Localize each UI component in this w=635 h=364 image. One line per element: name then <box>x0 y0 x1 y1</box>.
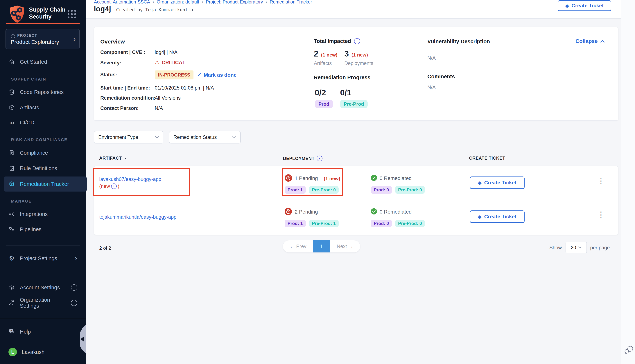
sidebar-item-get-started[interactable]: Get Started <box>9 56 80 68</box>
sidebar-item-organization-settings[interactable]: Organization Settings <box>9 297 80 309</box>
component-cve-label: Component | CVE : <box>100 50 145 55</box>
deployments-new-count: (1 new) <box>351 52 368 58</box>
breadcrumb-project[interactable]: Project: Product Exploratory <box>206 0 263 4</box>
remediated-count: 0 Remediated <box>380 209 411 215</box>
artifact-link[interactable]: tejakummarikuntla/easy-buggy-app <box>99 214 176 220</box>
severity-text: CRITICAL <box>162 60 185 66</box>
chevron-down-icon <box>578 246 581 248</box>
sidebar-item-pipelines[interactable]: Pipelines <box>9 223 80 236</box>
sidebar-item-help[interactable]: ? Help <box>9 326 80 338</box>
page-subtitle: Created by Teja Kummarikuntla <box>116 7 193 12</box>
cube-edit-icon <box>9 181 15 187</box>
preprod-badge: Pre-Prod: 1 <box>309 220 339 227</box>
create-ticket-header-label: CREATE TICKET <box>469 156 505 161</box>
gear-icon: ⚙ <box>9 255 15 262</box>
breadcrumb-current[interactable]: Remediation Tracker <box>270 0 312 4</box>
total-impacted-header: Total Impacted <box>314 38 360 44</box>
info-icon[interactable] <box>71 284 77 290</box>
arrow-right-icon: → <box>348 244 353 249</box>
supply-chain-security-logo-icon <box>9 5 26 24</box>
preprod-badge: Pre-Prod: 0 <box>395 220 425 227</box>
column-header-artifact[interactable]: ARTIFACT ▲ <box>99 156 127 161</box>
org-chart-gear-icon <box>9 300 15 306</box>
sidebar-item-label: Project Settings <box>20 256 57 262</box>
breadcrumb-account[interactable]: Account: Automation-SSCA <box>94 0 150 4</box>
infinity-icon: ∞ <box>9 120 15 126</box>
per-page-label: per page <box>590 245 610 250</box>
row-menu-kebab-icon[interactable]: ⋮ <box>597 176 605 185</box>
overview-title: Overview <box>100 38 125 45</box>
prod-badge: Prod: 1 <box>285 220 306 227</box>
project-selector[interactable]: PROJECT Product Exploratory › <box>6 29 80 49</box>
sidebar-section-risk-and-compliance: RISK AND COMPLIANCE <box>11 138 67 142</box>
support-chat-icon[interactable] <box>624 344 634 356</box>
status-label: Status: <box>100 72 117 78</box>
time-label: Start time | End time: <box>100 85 150 91</box>
page-title: log4j <box>94 5 111 13</box>
remediation-status-filter[interactable]: Remediation Status <box>169 131 241 144</box>
info-icon[interactable] <box>317 156 322 161</box>
collapse-left-icon <box>81 337 84 342</box>
sidebar-item-code-repositories[interactable]: Code Repositories <box>9 86 80 98</box>
mark-as-done-label: Mark as done <box>203 72 237 78</box>
component-cve-value: log4j | N/A <box>155 50 177 55</box>
time-value: 01/10/2025 01:08 pm | N/A <box>155 85 214 91</box>
remediation-status-label: Remediation Status <box>173 134 217 140</box>
artifacts-count: 2 <box>314 49 318 58</box>
next-page-button[interactable]: Next → <box>330 244 360 249</box>
pending-icon <box>285 208 292 216</box>
environment-type-filter[interactable]: Environment Type <box>94 131 163 144</box>
jira-diamond-icon: ◆ <box>565 3 569 8</box>
create-ticket-button[interactable]: ◆ Create Ticket <box>470 176 525 189</box>
create-ticket-button[interactable]: ◆ Create Ticket <box>558 0 611 11</box>
artifact-header-label: ARTIFACT <box>99 156 122 161</box>
create-ticket-label: Create Ticket <box>571 3 603 8</box>
sidebar-item-cicd[interactable]: ∞ CI/CD <box>9 116 80 129</box>
status-badge: IN-PROGRESS <box>155 70 193 80</box>
app-switcher-grid-icon[interactable] <box>68 10 76 18</box>
sidebar-collapse-handle[interactable] <box>80 325 86 353</box>
collapse-link[interactable]: Collapse <box>575 38 605 44</box>
sidebar-item-compliance[interactable]: Compliance <box>9 146 80 159</box>
sidebar-item-project-settings[interactable]: ⚙ Project Settings › <box>9 252 80 264</box>
annotation-box-artifact <box>93 168 190 196</box>
prev-page-button[interactable]: ← Prev <box>283 244 313 249</box>
artifacts-label: Artifacts <box>314 60 338 66</box>
user-name: Lavakush <box>22 349 45 355</box>
sidebar-item-rule-definitions[interactable]: Rule Definitions <box>9 162 80 174</box>
column-header-create-ticket: CREATE TICKET <box>469 156 505 161</box>
annotation-box-deployment <box>282 168 343 196</box>
chevron-down-icon <box>155 136 159 138</box>
collapse-label: Collapse <box>575 38 598 44</box>
info-icon[interactable] <box>71 300 77 306</box>
sidebar-item-artifacts[interactable]: Artifacts <box>9 101 80 114</box>
right-gutter <box>621 0 635 364</box>
prod-badge: Prod: 0 <box>371 220 392 227</box>
sidebar-item-integrations[interactable]: Integrations <box>9 208 80 220</box>
impacted-artifacts: 2 (1 new) Artifacts <box>314 49 338 66</box>
sidebar-item-label: Artifacts <box>20 104 39 111</box>
impacted-deployments: 3 (1 new) Deployments <box>344 49 373 66</box>
integrations-icon <box>9 211 15 217</box>
info-icon[interactable] <box>354 38 360 44</box>
sidebar-item-remediation-tracker[interactable]: Remediation Tracker <box>4 176 87 192</box>
sidebar-section-supply-chain: SUPPLY CHAIN <box>11 77 46 82</box>
user-menu[interactable]: L Lavakush <box>9 346 80 358</box>
divider <box>0 318 86 318</box>
row-menu-kebab-icon[interactable]: ⋮ <box>597 210 605 219</box>
sort-asc-icon: ▲ <box>124 157 127 160</box>
sidebar-item-account-settings[interactable]: Account Settings <box>9 281 80 294</box>
avatar: L <box>9 348 17 356</box>
progress-prod: 0/2 Prod <box>315 88 333 108</box>
current-page-button[interactable]: 1 <box>313 240 330 252</box>
mark-as-done-link[interactable]: ✓ Mark as done <box>197 72 237 78</box>
next-label: Next <box>337 244 347 249</box>
create-ticket-button[interactable]: ◆ Create Ticket <box>470 210 525 223</box>
breadcrumb-separator: › <box>153 0 154 4</box>
cube-icon <box>9 104 15 111</box>
breadcrumb-organization[interactable]: Organization: default <box>157 0 199 4</box>
page-size-select[interactable]: 20 <box>566 242 587 253</box>
clipboard-check-icon <box>9 165 15 171</box>
preprod-badge: Pre-Prod <box>340 100 368 108</box>
sidebar: Supply Chain Security PROJECT Product Ex… <box>0 0 86 364</box>
